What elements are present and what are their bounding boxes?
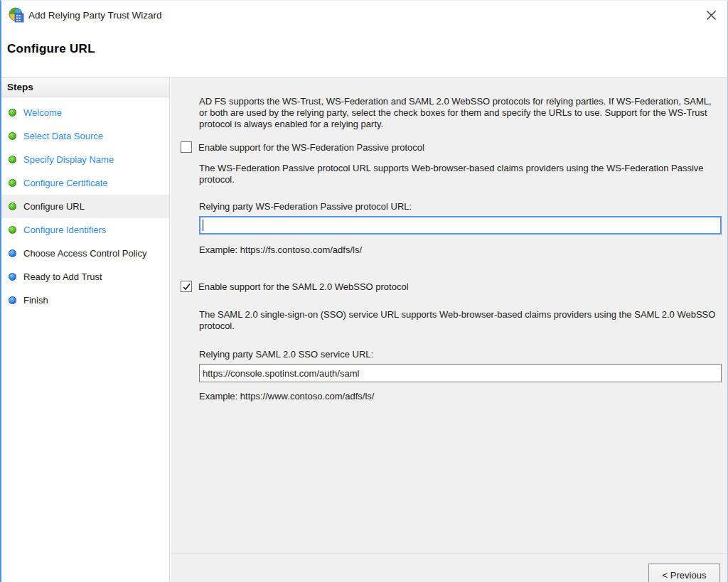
sidebar-item-welcome[interactable]: Welcome <box>1 101 169 124</box>
wsfed-description: The WS-Federation Passive protocol URL s… <box>199 163 721 185</box>
close-icon <box>706 10 717 21</box>
sidebar-item-select-data-source[interactable]: Select Data Source <box>1 124 169 148</box>
title-bar: Add Relying Party Trust Wizard <box>1 1 727 32</box>
saml-checkbox[interactable] <box>181 281 192 292</box>
wsfed-checkbox-label[interactable]: Enable support for the WS-Federation Pas… <box>198 142 424 153</box>
sidebar-item-choose-access-control-policy: Choose Access Control Policy <box>1 242 169 265</box>
checkmark-icon <box>182 282 191 291</box>
step-pending-bullet-icon <box>9 249 16 257</box>
step-done-bullet-icon <box>9 179 16 187</box>
step-done-bullet-icon <box>9 226 16 234</box>
sidebar-item-finish: Finish <box>1 289 169 312</box>
window-title: Add Relying Party Trust Wizard <box>28 10 162 21</box>
wsfed-checkbox-row: Enable support for the WS-Federation Pas… <box>181 141 721 153</box>
steps-list: Welcome Select Data Source Specify Displ… <box>1 97 169 312</box>
intro-text: AD FS supports the WS-Trust, WS-Federati… <box>199 96 721 130</box>
main-content: AD FS supports the WS-Trust, WS-Federati… <box>171 78 727 402</box>
wsfed-url-input-wrap <box>199 216 722 235</box>
wizard-body: Steps Welcome Select Data Source Specify… <box>1 77 727 582</box>
footer-divider <box>171 553 727 554</box>
wsfed-url-label: Relying party WS-Federation Passive prot… <box>199 201 721 212</box>
wizard-window: Add Relying Party Trust Wizard Configure… <box>0 0 728 582</box>
step-pending-bullet-icon <box>9 273 16 281</box>
sidebar-item-configure-url-current: Configure URL <box>1 195 169 218</box>
step-current-bullet-icon <box>9 203 16 210</box>
sidebar-item-specify-display-name[interactable]: Specify Display Name <box>1 148 169 171</box>
adfs-app-icon <box>9 7 24 23</box>
steps-sidebar: Steps Welcome Select Data Source Specify… <box>1 78 170 582</box>
wsfed-url-input[interactable] <box>199 216 722 235</box>
sidebar-item-ready-to-add-trust: Ready to Add Trust <box>1 265 169 289</box>
text-caret <box>203 220 203 231</box>
saml-checkbox-label[interactable]: Enable support for the SAML 2.0 WebSSO p… <box>198 281 409 292</box>
previous-button[interactable]: < Previous <box>648 564 720 582</box>
sidebar-item-configure-certificate[interactable]: Configure Certificate <box>1 171 169 195</box>
saml-url-input[interactable] <box>199 364 722 382</box>
close-button[interactable] <box>703 7 719 23</box>
main-panel: AD FS supports the WS-Trust, WS-Federati… <box>171 78 727 582</box>
step-done-bullet-icon <box>9 109 16 117</box>
step-done-bullet-icon <box>9 156 16 163</box>
saml-example-text: Example: https://www.contoso.com/adfs/ls… <box>199 391 721 402</box>
saml-description: The SAML 2.0 single-sign-on (SSO) servic… <box>199 309 721 332</box>
steps-header: Steps <box>1 78 169 97</box>
page-title: Configure URL <box>7 42 95 56</box>
saml-url-input-wrap <box>199 364 722 382</box>
saml-checkbox-row: Enable support for the SAML 2.0 WebSSO p… <box>181 281 721 292</box>
sidebar-item-configure-identifiers[interactable]: Configure Identifiers <box>1 218 169 242</box>
wsfed-checkbox[interactable] <box>181 141 192 153</box>
saml-url-label: Relying party SAML 2.0 SSO service URL: <box>199 349 721 360</box>
step-done-bullet-icon <box>9 132 16 140</box>
step-pending-bullet-icon <box>9 296 16 304</box>
wsfed-example-text: Example: https://fs.contoso.com/adfs/ls/ <box>199 244 721 255</box>
